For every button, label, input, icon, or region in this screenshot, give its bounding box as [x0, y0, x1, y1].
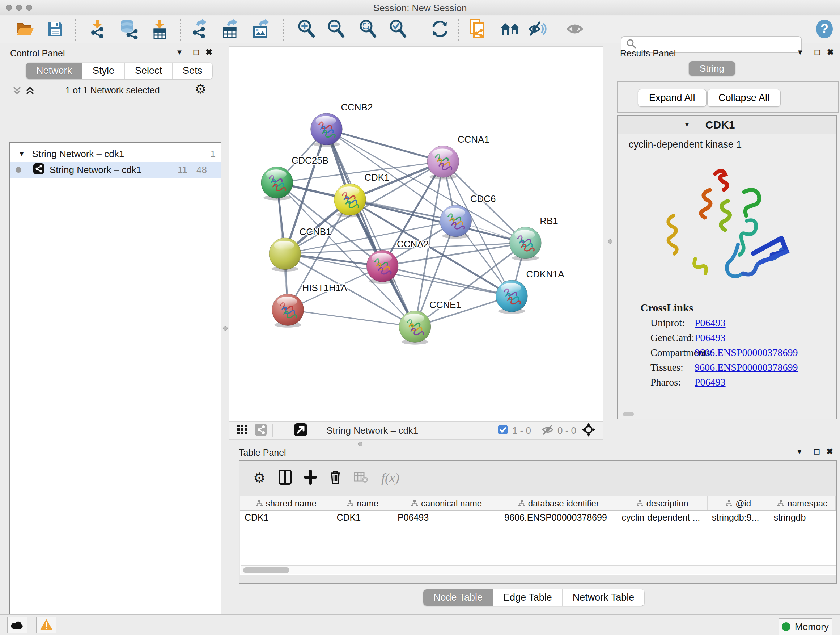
expand-all-button[interactable]: Expand All	[638, 89, 706, 107]
table-panel-collapse-icon[interactable]: ▼	[796, 448, 803, 456]
import-network-file-button[interactable]	[86, 19, 109, 41]
show-columns-icon[interactable]	[279, 470, 292, 486]
table-hscrollbar[interactable]	[241, 565, 836, 574]
crosslink-link[interactable]: 9606.ENSP00000378699	[695, 362, 798, 373]
tab-network-table[interactable]: Network Table	[562, 589, 645, 606]
column-header-database-identifier[interactable]: database identifier	[500, 496, 617, 510]
selected-checkbox[interactable]	[498, 424, 508, 436]
open-session-button[interactable]	[14, 19, 36, 41]
right-splitter-handle[interactable]	[608, 239, 613, 244]
tab-node-table[interactable]: Node Table	[423, 589, 493, 606]
tab-edge-table[interactable]: Edge Table	[493, 589, 562, 606]
column-header-namespac[interactable]: namespac	[769, 496, 836, 510]
network-node-CCNA2[interactable]: CCNA2	[366, 239, 429, 284]
crosslink-link[interactable]: 9606.ENSP00000378699	[695, 347, 798, 358]
node-label-CDC25B: CDC25B	[292, 155, 328, 165]
memory-button[interactable]: Memory	[778, 618, 832, 635]
results-panel-collapse-icon[interactable]: ▼	[797, 48, 804, 57]
left-splitter-handle[interactable]	[223, 326, 227, 331]
help-button[interactable]: ?	[813, 19, 836, 41]
table-cell[interactable]: 9606.ENSP00000378699	[500, 511, 617, 524]
grid-view-icon[interactable]	[237, 424, 248, 437]
network-node-CDKN1A[interactable]: CDKN1A	[496, 269, 565, 314]
results-panel-close-icon[interactable]: ✖	[827, 48, 834, 57]
svg-text:?: ?	[821, 21, 829, 36]
network-share-icon[interactable]	[254, 423, 267, 438]
network-node-CCNE1[interactable]: CCNE1	[399, 300, 461, 345]
column-header-shared-name[interactable]: shared name	[240, 496, 332, 510]
refresh-view-button[interactable]	[429, 19, 451, 41]
network-node-CDC25B[interactable]: CDC25B	[261, 155, 328, 200]
column-header-@id[interactable]: @id	[707, 496, 769, 510]
network-node-RB1[interactable]: RB1	[510, 216, 558, 261]
zoom-selected-button[interactable]	[387, 19, 409, 41]
network-options-gear-icon[interactable]: ⚙	[195, 81, 206, 97]
zoom-out-button[interactable]	[325, 19, 347, 41]
import-network-database-button[interactable]	[118, 19, 140, 41]
database-network-icon	[119, 19, 139, 41]
network-node-CCNA1[interactable]: CCNA1	[427, 134, 489, 179]
collection-expander-icon[interactable]: ▼	[19, 150, 25, 158]
export-image-button[interactable]	[250, 19, 272, 41]
node-label-CDC6: CDC6	[470, 194, 496, 204]
warning-status-button[interactable]	[36, 617, 57, 633]
results-panel-float-icon[interactable]: ◻	[814, 47, 821, 57]
table-panel-float-icon[interactable]: ◻	[813, 447, 820, 456]
table-settings-gear-icon[interactable]: ⚙	[253, 470, 265, 486]
save-session-button[interactable]	[44, 19, 66, 41]
delete-table-icon[interactable]	[354, 471, 368, 485]
table-cell[interactable]: cyclin-dependent ...	[617, 511, 707, 524]
tab-select[interactable]: Select	[125, 63, 172, 79]
table-cell[interactable]: CDK1	[240, 511, 332, 524]
results-hscrollbar-thumb[interactable]	[623, 412, 634, 416]
show-all-button[interactable]	[564, 19, 586, 41]
add-column-icon[interactable]	[304, 470, 317, 486]
collapse-all-button[interactable]: Collapse All	[707, 89, 781, 107]
fit-selected-crosshair-icon[interactable]	[581, 423, 596, 439]
table-hscrollbar-thumb[interactable]	[243, 567, 289, 573]
hidden-eye-icon[interactable]	[542, 424, 554, 437]
network-canvas[interactable]: CCNB2CCNA1CDC25BCDK1CDC6RB1CCNB1CCNA2CDK…	[229, 46, 603, 421]
tab-network[interactable]: Network	[26, 63, 82, 79]
table-cell[interactable]: CDK1	[332, 511, 393, 524]
import-table-file-button[interactable]	[148, 19, 171, 41]
tab-style[interactable]: Style	[82, 63, 125, 79]
copy-style-button[interactable]	[466, 19, 489, 41]
control-panel-close-icon[interactable]: ✖	[205, 48, 212, 57]
table-cell[interactable]: stringdb	[769, 511, 836, 524]
delete-column-icon[interactable]	[329, 470, 341, 486]
export-network-button[interactable]	[188, 19, 210, 41]
table-cell[interactable]: stringdb:9...	[707, 511, 769, 524]
crosslink-link[interactable]: P06493	[695, 377, 726, 388]
network-node-CDC6[interactable]: CDC6	[440, 194, 496, 239]
entry-header[interactable]: ▼ CDK1	[618, 116, 836, 134]
entry-description: cyclin-dependent kinase 1	[618, 134, 836, 150]
network-row[interactable]: String Network – cdk1 11 48	[10, 162, 221, 178]
entry-name: CDK1	[706, 119, 735, 131]
entry-expander-icon[interactable]: ▼	[684, 121, 690, 128]
tab-string[interactable]: String	[689, 61, 735, 76]
control-panel-float-icon[interactable]: ◻	[193, 47, 200, 57]
column-header-canonical-name[interactable]: canonical name	[393, 496, 500, 510]
zoom-fit-button[interactable]	[357, 19, 379, 41]
table-panel-close-icon[interactable]: ✖	[826, 447, 833, 456]
hide-selected-button[interactable]	[527, 19, 549, 41]
export-table-button[interactable]	[219, 19, 242, 41]
zoom-in-button[interactable]	[295, 19, 317, 41]
column-header-name[interactable]: name	[332, 496, 393, 510]
birds-eye-view-icon[interactable]	[294, 423, 308, 438]
crosslink-link[interactable]: P06493	[695, 317, 726, 329]
function-builder-icon[interactable]: f(x)	[381, 470, 399, 486]
tab-sets[interactable]: Sets	[172, 63, 212, 79]
titlebar: Session: New Session	[0, 0, 840, 15]
crosslink-label: GeneCard:	[651, 332, 695, 344]
table-row[interactable]: CDK1CDK1P064939606.ENSP00000378699cyclin…	[240, 511, 836, 524]
cloud-status-button[interactable]	[7, 617, 27, 633]
column-header-description[interactable]: description	[617, 496, 707, 510]
first-neighbors-button[interactable]	[499, 19, 521, 41]
network-collection-row[interactable]: ▼ String Network – cdk1 1	[10, 146, 221, 162]
crosslink-link[interactable]: P06493	[695, 332, 726, 344]
control-panel-collapse-icon[interactable]: ▼	[176, 48, 183, 57]
table-cell[interactable]: P06493	[393, 511, 500, 524]
network-node-HIST1H1A[interactable]: HIST1H1A	[272, 283, 347, 328]
